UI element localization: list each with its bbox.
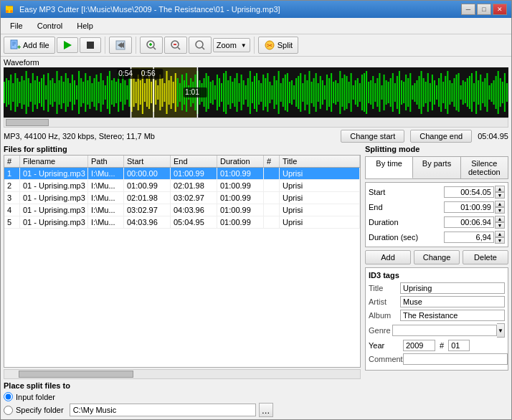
svg-rect-244 (480, 75, 481, 110)
add-file-button[interactable]: + Add file (4, 37, 55, 54)
id3-year-row: Year # (369, 340, 505, 351)
svg-rect-250 (493, 80, 495, 105)
svg-rect-212 (409, 73, 411, 112)
svg-rect-62 (82, 82, 84, 103)
svg-rect-140 (252, 82, 253, 103)
start-label: Start (369, 188, 426, 196)
svg-rect-63 (85, 73, 86, 112)
play-button[interactable] (57, 37, 78, 53)
svg-rect-125 (219, 78, 220, 107)
genre-dropdown-button[interactable]: ▼ (497, 323, 505, 338)
param-duration-sec-row: Duration (sec) ▲ ▼ (369, 231, 505, 244)
duration-input[interactable] (444, 216, 494, 228)
stop-button[interactable] (80, 37, 101, 53)
table-row[interactable]: 4 01 - Uprising.mp3 I:\Mu... 03:02.97 04… (4, 204, 360, 216)
cell-path-1: I:\Mu... (88, 168, 124, 179)
menu-help[interactable]: Help (70, 19, 100, 32)
svg-rect-43 (41, 78, 42, 107)
specify-folder-radio[interactable] (4, 406, 13, 415)
start-spin-down[interactable]: ▼ (495, 192, 505, 199)
svg-rect-190 (361, 75, 363, 110)
duration-spin-down[interactable]: ▼ (495, 222, 505, 229)
zoom-in-button[interactable] (140, 37, 163, 54)
duration-sec-spin-down[interactable]: ▼ (495, 237, 505, 244)
magnify-button[interactable] (189, 37, 212, 54)
change-end-button[interactable]: Change end (410, 130, 472, 143)
menu-file[interactable]: File (4, 19, 29, 32)
menu-control[interactable]: Control (31, 19, 69, 32)
files-scroll-thumb[interactable] (19, 371, 133, 378)
tab-by-time[interactable]: By time (366, 157, 413, 178)
start-input-group: ▲ ▼ (444, 186, 505, 199)
id3-comment-input[interactable] (403, 353, 508, 365)
waveform-scrollbar[interactable] (4, 118, 508, 128)
duration-sec-input[interactable] (444, 232, 494, 243)
table-row[interactable]: 1 01 - Uprising.mp3 I:\Mu... 00:00.00 01… (4, 168, 360, 180)
svg-rect-238 (467, 78, 468, 107)
svg-rect-246 (484, 78, 485, 107)
tab-silence-detection[interactable]: Silence detection (461, 157, 508, 178)
svg-rect-255 (504, 73, 506, 112)
add-button[interactable]: Add (365, 250, 411, 264)
change-button[interactable]: Change (414, 250, 460, 264)
svg-rect-146 (265, 78, 266, 107)
svg-rect-213 (412, 85, 413, 100)
cell-start-3: 02:01.98 (124, 192, 171, 204)
end-input[interactable] (444, 201, 494, 213)
end-spin-down[interactable]: ▼ (495, 207, 505, 214)
table-row[interactable]: 2 01 - Uprising.mp3 I:\Mu... 01:00.99 02… (4, 180, 360, 192)
tab-by-parts[interactable]: By parts (413, 157, 460, 178)
zoom-label: Zoom (217, 41, 237, 49)
id3-year-input[interactable] (403, 340, 435, 351)
col-header-hash: # (264, 156, 280, 167)
waveform-scroll-thumb[interactable] (6, 119, 49, 126)
svg-rect-30 (12, 83, 14, 102)
delete-button[interactable]: Delete (463, 250, 508, 264)
svg-rect-42 (39, 82, 40, 103)
start-input[interactable] (444, 186, 494, 198)
svg-rect-130 (229, 76, 231, 109)
svg-rect-233 (456, 75, 458, 110)
param-start-row: Start ▲ ▼ (369, 186, 505, 199)
prev-button[interactable] (109, 37, 132, 54)
svg-rect-165 (306, 80, 308, 105)
duration-spin-up[interactable]: ▲ (495, 216, 505, 222)
stop-icon (85, 40, 95, 50)
zoom-out-button[interactable] (164, 37, 187, 54)
svg-rect-120 (208, 76, 209, 109)
svg-text:+: + (17, 44, 21, 51)
close-button[interactable]: ✕ (493, 4, 507, 15)
cell-path-3: I:\Mu... (88, 192, 124, 204)
table-row[interactable]: 5 01 - Uprising.mp3 I:\Mu... 04:03.96 05… (4, 216, 360, 229)
start-spin-up[interactable]: ▲ (495, 186, 505, 192)
input-folder-radio[interactable] (4, 392, 13, 401)
svg-rect-136 (243, 80, 245, 105)
maximize-button[interactable]: □ (477, 4, 491, 15)
svg-rect-50 (56, 71, 57, 114)
svg-rect-182 (343, 75, 345, 110)
id3-album-input[interactable] (400, 310, 505, 321)
svg-rect-176 (331, 73, 332, 112)
browse-button[interactable]: ... (259, 403, 273, 417)
id3-title-input[interactable] (400, 282, 505, 294)
zoom-dropdown-button[interactable]: Zoom ▼ (213, 38, 250, 52)
change-start-button[interactable]: Change start (341, 130, 404, 143)
svg-rect-189 (359, 83, 361, 102)
toolbar: + Add file (1, 34, 511, 57)
id3-artist-label: Artist (369, 297, 400, 306)
waveform-display[interactable]: 0:54 0:56 1:01 (4, 67, 508, 118)
id3-section: ID3 tags Title Artist Album Genre ▼ (365, 267, 508, 371)
id3-artist-input[interactable] (400, 296, 505, 307)
folder-path-input[interactable] (70, 404, 256, 416)
add-file-label: Add file (23, 41, 49, 49)
svg-rect-33 (19, 82, 20, 103)
id3-track-input[interactable] (448, 340, 470, 351)
add-file-icon: + (9, 39, 21, 51)
split-button[interactable]: ✂ Split (258, 37, 298, 54)
end-spin-up[interactable]: ▲ (495, 201, 505, 207)
id3-genre-input[interactable] (392, 325, 497, 336)
duration-sec-spin-up[interactable]: ▲ (495, 231, 505, 237)
table-row[interactable]: 3 01 - Uprising.mp3 I:\Mu... 02:01.98 03… (4, 192, 360, 204)
files-horizontal-scrollbar[interactable] (4, 369, 361, 379)
minimize-button[interactable]: ─ (461, 4, 475, 15)
